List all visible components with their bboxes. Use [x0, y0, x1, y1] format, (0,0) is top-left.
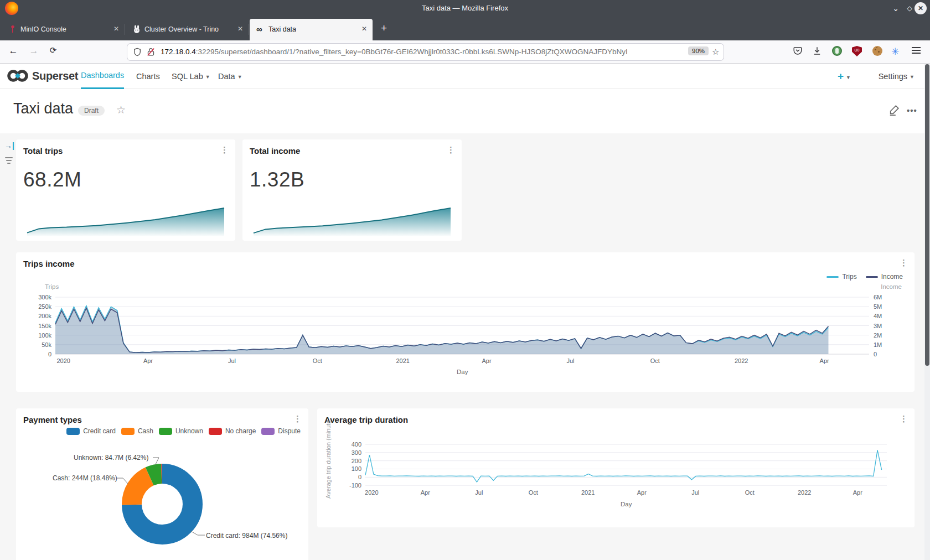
y-tick-left: 100k: [17, 332, 51, 339]
y-tick: 400: [338, 441, 361, 448]
x-tick: Oct: [516, 489, 550, 496]
x-tick: Jul: [215, 357, 249, 364]
tab-close-icon[interactable]: ✕: [361, 25, 367, 33]
x-tick: Apr: [470, 357, 503, 364]
y-tick: 200: [338, 458, 361, 464]
reload-button[interactable]: ⟳: [46, 45, 60, 55]
tab-close-icon[interactable]: ✕: [113, 25, 119, 33]
x-tick: 2022: [725, 357, 758, 364]
nav-sql-lab[interactable]: SQL Lab▼: [172, 64, 210, 89]
x-tick: Jul: [462, 489, 495, 496]
nav-dashboards[interactable]: Dashboards: [81, 64, 124, 89]
tab-title: Cluster Overview - Trino: [144, 25, 219, 33]
card-total-trips: Total trips ⋮ 68.2M: [16, 139, 235, 241]
card-total-income: Total income ⋮ 1.32B: [242, 139, 462, 241]
new-item-button[interactable]: +▼: [838, 64, 851, 89]
insecure-lock-icon[interactable]: [146, 47, 156, 57]
dashboard-title: Taxi data: [13, 100, 73, 117]
browser-toolbar: ← → ⟳ 172.18.0.4:32295/superset/dashboar…: [0, 40, 930, 64]
favorite-star-icon[interactable]: ☆: [116, 103, 126, 116]
chevron-down-icon: ▼: [846, 75, 851, 80]
pocket-icon[interactable]: [793, 46, 803, 56]
shield-permissions-icon[interactable]: [133, 48, 142, 56]
filter-icon[interactable]: [4, 155, 13, 165]
x-tick: 2021: [571, 489, 604, 496]
tab-taxi-data-active[interactable]: ∞ Taxi data ✕: [250, 19, 373, 40]
y-tick-right: 2M: [874, 332, 896, 339]
edit-pencil-icon[interactable]: [888, 103, 901, 116]
avg-duration-chart: [317, 408, 914, 527]
more-actions-icon[interactable]: •••: [907, 106, 917, 115]
forward-button[interactable]: →: [27, 45, 40, 56]
card-payment-types: Payment types ⋮ Credit cardCashUnknownNo…: [16, 408, 308, 560]
tab-trino[interactable]: Cluster Overview - Trino ✕: [126, 19, 249, 40]
x-axis-title: Day: [621, 501, 632, 507]
page-zoom-badge[interactable]: 90%: [688, 46, 709, 55]
menu-hamburger-icon[interactable]: [912, 47, 921, 54]
url-bar[interactable]: 172.18.0.4:32295/superset/dashboard/1/?n…: [127, 44, 724, 60]
card-avg-trip-duration: Average trip duration ⋮ Average trip dur…: [317, 408, 914, 527]
x-tick: 2022: [788, 489, 821, 496]
back-button[interactable]: ←: [7, 45, 20, 56]
x-tick: 2020: [355, 489, 388, 496]
downloads-icon[interactable]: [812, 46, 822, 56]
tab-title: Taxi data: [268, 25, 296, 33]
big-number-value: 68.2M: [23, 168, 81, 191]
pie-callout-unknown: Unknown: 84.7M (6.42%): [74, 454, 148, 462]
x-tick: 2021: [386, 357, 420, 364]
superset-navbar: Superset Dashboards Charts SQL Lab▼ Data…: [0, 64, 930, 89]
nav-charts[interactable]: Charts: [136, 64, 160, 89]
extension-icon[interactable]: [832, 46, 842, 56]
x-tick: 2020: [47, 357, 80, 364]
chart-kebab-menu-icon[interactable]: ⋮: [447, 145, 455, 155]
window-titlebar: Taxi data — Mozilla Firefox ⌄ ◇ ✕: [0, 0, 930, 17]
x-tick: Apr: [409, 489, 442, 496]
y-tick-right: 1M: [874, 341, 896, 348]
superset-logo[interactable]: Superset: [7, 69, 78, 83]
settings-menu[interactable]: Settings▼: [879, 64, 914, 89]
x-tick: Oct: [301, 357, 334, 364]
url-domain: 172.18.0.4: [161, 48, 196, 56]
asterisk-extension-icon[interactable]: ✳: [891, 46, 899, 58]
x-tick: Jul: [554, 357, 587, 364]
tab-bar: MinIO Console ✕ Cluster Overview - Trino…: [0, 17, 930, 40]
cookie-extension-icon[interactable]: [872, 46, 882, 56]
window-close-button[interactable]: ✕: [914, 2, 927, 14]
new-tab-button[interactable]: +: [381, 23, 387, 33]
chevron-down-icon: ▼: [910, 74, 914, 80]
window-maximize-button[interactable]: ◇: [903, 2, 916, 14]
tab-minio-console[interactable]: MinIO Console ✕: [2, 19, 125, 40]
chevron-down-icon: ▼: [205, 74, 210, 80]
card-trips-income: Trips income ⋮ TripsIncome Trips Income …: [16, 252, 914, 392]
expand-filter-bar-icon[interactable]: →|: [4, 141, 14, 150]
window-title: Taxi data — Mozilla Firefox: [0, 4, 930, 12]
x-tick: Apr: [841, 489, 874, 496]
superset-favicon: ∞: [256, 25, 265, 34]
big-number-value: 1.32B: [250, 168, 304, 191]
nav-data[interactable]: Data▼: [218, 64, 242, 89]
scrollbar-thumb[interactable]: [925, 64, 929, 366]
tab-close-icon[interactable]: ✕: [237, 25, 243, 33]
chart-title: Total trips: [23, 146, 63, 155]
superset-infinity-icon: [7, 69, 29, 83]
dashboard-body: →| Total trips ⋮ 68.2M Total income ⋮ 1.…: [0, 133, 930, 560]
y-tick: -100: [338, 482, 361, 489]
y-tick: 300: [338, 449, 361, 456]
y-tick-left: 200k: [17, 313, 51, 319]
y-tick-right: 4M: [874, 313, 896, 319]
y-tick-right: 0: [874, 351, 896, 357]
x-tick: Oct: [733, 489, 766, 496]
brand-name: Superset: [32, 70, 78, 82]
chart-kebab-menu-icon[interactable]: ⋮: [220, 145, 229, 155]
bookmark-star-icon[interactable]: ☆: [712, 47, 719, 57]
page-scrollbar: [924, 64, 930, 560]
y-tick-left: 50k: [17, 341, 51, 348]
pie-callout-credit-card: Credit card: 984M (74.56%): [206, 532, 287, 540]
x-axis-title: Day: [457, 369, 468, 375]
x-tick: Jul: [679, 489, 712, 496]
ublock-origin-icon[interactable]: U0: [852, 46, 862, 56]
x-tick: Oct: [638, 357, 671, 364]
y-tick: 0: [338, 474, 361, 480]
window-minimize-button[interactable]: ⌄: [890, 2, 902, 14]
y-tick-left: 250k: [17, 303, 51, 310]
